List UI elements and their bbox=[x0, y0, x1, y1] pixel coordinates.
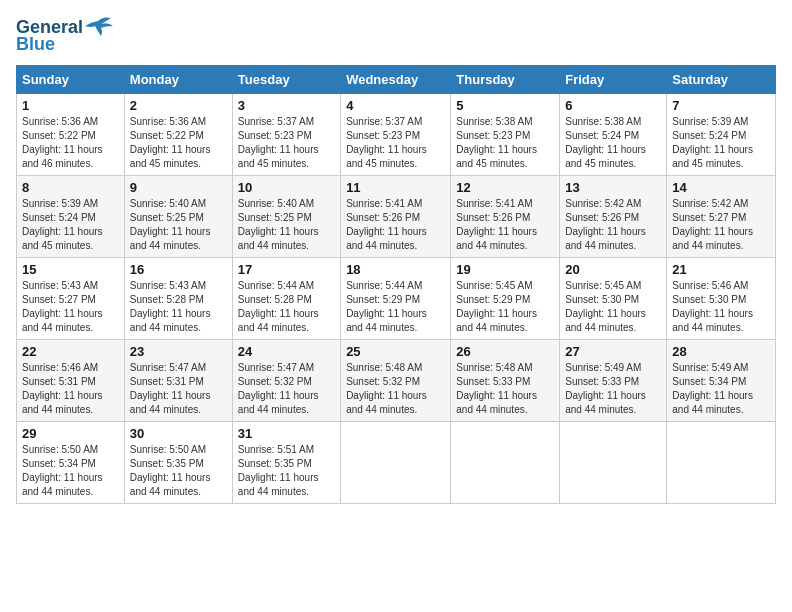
calendar-cell: 7Sunrise: 5:39 AMSunset: 5:24 PMDaylight… bbox=[667, 94, 776, 176]
calendar-body: 1Sunrise: 5:36 AMSunset: 5:22 PMDaylight… bbox=[17, 94, 776, 504]
day-info: Sunrise: 5:36 AMSunset: 5:22 PMDaylight:… bbox=[130, 115, 227, 171]
calendar-week-4: 22Sunrise: 5:46 AMSunset: 5:31 PMDayligh… bbox=[17, 340, 776, 422]
day-number: 22 bbox=[22, 344, 119, 359]
weekday-header-thursday: Thursday bbox=[451, 66, 560, 94]
day-number: 7 bbox=[672, 98, 770, 113]
calendar-cell: 20Sunrise: 5:45 AMSunset: 5:30 PMDayligh… bbox=[560, 258, 667, 340]
day-info: Sunrise: 5:47 AMSunset: 5:32 PMDaylight:… bbox=[238, 361, 335, 417]
calendar-cell: 15Sunrise: 5:43 AMSunset: 5:27 PMDayligh… bbox=[17, 258, 125, 340]
day-info: Sunrise: 5:49 AMSunset: 5:34 PMDaylight:… bbox=[672, 361, 770, 417]
calendar-cell: 9Sunrise: 5:40 AMSunset: 5:25 PMDaylight… bbox=[124, 176, 232, 258]
calendar-cell: 11Sunrise: 5:41 AMSunset: 5:26 PMDayligh… bbox=[341, 176, 451, 258]
day-number: 18 bbox=[346, 262, 445, 277]
logo: General Blue bbox=[16, 16, 113, 55]
logo-bird-icon bbox=[83, 16, 113, 38]
day-number: 20 bbox=[565, 262, 661, 277]
weekday-header-tuesday: Tuesday bbox=[232, 66, 340, 94]
day-number: 30 bbox=[130, 426, 227, 441]
day-info: Sunrise: 5:42 AMSunset: 5:27 PMDaylight:… bbox=[672, 197, 770, 253]
calendar-cell: 25Sunrise: 5:48 AMSunset: 5:32 PMDayligh… bbox=[341, 340, 451, 422]
day-info: Sunrise: 5:39 AMSunset: 5:24 PMDaylight:… bbox=[672, 115, 770, 171]
day-info: Sunrise: 5:40 AMSunset: 5:25 PMDaylight:… bbox=[238, 197, 335, 253]
calendar-cell: 2Sunrise: 5:36 AMSunset: 5:22 PMDaylight… bbox=[124, 94, 232, 176]
day-info: Sunrise: 5:48 AMSunset: 5:33 PMDaylight:… bbox=[456, 361, 554, 417]
calendar-cell: 19Sunrise: 5:45 AMSunset: 5:29 PMDayligh… bbox=[451, 258, 560, 340]
calendar-cell: 23Sunrise: 5:47 AMSunset: 5:31 PMDayligh… bbox=[124, 340, 232, 422]
day-number: 8 bbox=[22, 180, 119, 195]
day-number: 26 bbox=[456, 344, 554, 359]
calendar-cell: 21Sunrise: 5:46 AMSunset: 5:30 PMDayligh… bbox=[667, 258, 776, 340]
day-info: Sunrise: 5:38 AMSunset: 5:23 PMDaylight:… bbox=[456, 115, 554, 171]
day-info: Sunrise: 5:45 AMSunset: 5:29 PMDaylight:… bbox=[456, 279, 554, 335]
calendar-cell bbox=[341, 422, 451, 504]
day-info: Sunrise: 5:47 AMSunset: 5:31 PMDaylight:… bbox=[130, 361, 227, 417]
day-info: Sunrise: 5:46 AMSunset: 5:30 PMDaylight:… bbox=[672, 279, 770, 335]
calendar-cell: 30Sunrise: 5:50 AMSunset: 5:35 PMDayligh… bbox=[124, 422, 232, 504]
day-number: 9 bbox=[130, 180, 227, 195]
day-number: 23 bbox=[130, 344, 227, 359]
day-number: 27 bbox=[565, 344, 661, 359]
day-info: Sunrise: 5:51 AMSunset: 5:35 PMDaylight:… bbox=[238, 443, 335, 499]
calendar-cell: 4Sunrise: 5:37 AMSunset: 5:23 PMDaylight… bbox=[341, 94, 451, 176]
day-info: Sunrise: 5:44 AMSunset: 5:28 PMDaylight:… bbox=[238, 279, 335, 335]
calendar-cell: 10Sunrise: 5:40 AMSunset: 5:25 PMDayligh… bbox=[232, 176, 340, 258]
calendar-cell: 22Sunrise: 5:46 AMSunset: 5:31 PMDayligh… bbox=[17, 340, 125, 422]
weekday-header-friday: Friday bbox=[560, 66, 667, 94]
weekday-header-row: SundayMondayTuesdayWednesdayThursdayFrid… bbox=[17, 66, 776, 94]
calendar-cell: 3Sunrise: 5:37 AMSunset: 5:23 PMDaylight… bbox=[232, 94, 340, 176]
weekday-header-saturday: Saturday bbox=[667, 66, 776, 94]
calendar-week-1: 1Sunrise: 5:36 AMSunset: 5:22 PMDaylight… bbox=[17, 94, 776, 176]
day-info: Sunrise: 5:50 AMSunset: 5:34 PMDaylight:… bbox=[22, 443, 119, 499]
day-info: Sunrise: 5:37 AMSunset: 5:23 PMDaylight:… bbox=[238, 115, 335, 171]
weekday-header-wednesday: Wednesday bbox=[341, 66, 451, 94]
calendar-cell: 26Sunrise: 5:48 AMSunset: 5:33 PMDayligh… bbox=[451, 340, 560, 422]
calendar-cell bbox=[560, 422, 667, 504]
day-number: 2 bbox=[130, 98, 227, 113]
day-number: 25 bbox=[346, 344, 445, 359]
day-info: Sunrise: 5:49 AMSunset: 5:33 PMDaylight:… bbox=[565, 361, 661, 417]
day-number: 11 bbox=[346, 180, 445, 195]
day-info: Sunrise: 5:42 AMSunset: 5:26 PMDaylight:… bbox=[565, 197, 661, 253]
day-number: 5 bbox=[456, 98, 554, 113]
calendar-week-3: 15Sunrise: 5:43 AMSunset: 5:27 PMDayligh… bbox=[17, 258, 776, 340]
day-number: 28 bbox=[672, 344, 770, 359]
day-number: 3 bbox=[238, 98, 335, 113]
day-number: 10 bbox=[238, 180, 335, 195]
calendar-cell bbox=[667, 422, 776, 504]
calendar-cell: 14Sunrise: 5:42 AMSunset: 5:27 PMDayligh… bbox=[667, 176, 776, 258]
day-info: Sunrise: 5:40 AMSunset: 5:25 PMDaylight:… bbox=[130, 197, 227, 253]
weekday-header-sunday: Sunday bbox=[17, 66, 125, 94]
day-number: 24 bbox=[238, 344, 335, 359]
day-info: Sunrise: 5:41 AMSunset: 5:26 PMDaylight:… bbox=[346, 197, 445, 253]
calendar-cell: 8Sunrise: 5:39 AMSunset: 5:24 PMDaylight… bbox=[17, 176, 125, 258]
calendar-week-2: 8Sunrise: 5:39 AMSunset: 5:24 PMDaylight… bbox=[17, 176, 776, 258]
calendar-cell: 27Sunrise: 5:49 AMSunset: 5:33 PMDayligh… bbox=[560, 340, 667, 422]
day-number: 17 bbox=[238, 262, 335, 277]
day-info: Sunrise: 5:48 AMSunset: 5:32 PMDaylight:… bbox=[346, 361, 445, 417]
calendar-cell: 17Sunrise: 5:44 AMSunset: 5:28 PMDayligh… bbox=[232, 258, 340, 340]
calendar-cell: 13Sunrise: 5:42 AMSunset: 5:26 PMDayligh… bbox=[560, 176, 667, 258]
calendar-table: SundayMondayTuesdayWednesdayThursdayFrid… bbox=[16, 65, 776, 504]
calendar-cell: 5Sunrise: 5:38 AMSunset: 5:23 PMDaylight… bbox=[451, 94, 560, 176]
weekday-header-monday: Monday bbox=[124, 66, 232, 94]
calendar-cell: 18Sunrise: 5:44 AMSunset: 5:29 PMDayligh… bbox=[341, 258, 451, 340]
calendar-cell: 12Sunrise: 5:41 AMSunset: 5:26 PMDayligh… bbox=[451, 176, 560, 258]
day-number: 21 bbox=[672, 262, 770, 277]
calendar-cell bbox=[451, 422, 560, 504]
calendar-cell: 28Sunrise: 5:49 AMSunset: 5:34 PMDayligh… bbox=[667, 340, 776, 422]
day-info: Sunrise: 5:39 AMSunset: 5:24 PMDaylight:… bbox=[22, 197, 119, 253]
day-number: 6 bbox=[565, 98, 661, 113]
calendar-week-5: 29Sunrise: 5:50 AMSunset: 5:34 PMDayligh… bbox=[17, 422, 776, 504]
day-number: 19 bbox=[456, 262, 554, 277]
day-info: Sunrise: 5:41 AMSunset: 5:26 PMDaylight:… bbox=[456, 197, 554, 253]
calendar-cell: 16Sunrise: 5:43 AMSunset: 5:28 PMDayligh… bbox=[124, 258, 232, 340]
calendar-cell: 31Sunrise: 5:51 AMSunset: 5:35 PMDayligh… bbox=[232, 422, 340, 504]
day-info: Sunrise: 5:36 AMSunset: 5:22 PMDaylight:… bbox=[22, 115, 119, 171]
day-number: 12 bbox=[456, 180, 554, 195]
calendar-cell: 29Sunrise: 5:50 AMSunset: 5:34 PMDayligh… bbox=[17, 422, 125, 504]
day-info: Sunrise: 5:50 AMSunset: 5:35 PMDaylight:… bbox=[130, 443, 227, 499]
day-number: 16 bbox=[130, 262, 227, 277]
day-number: 15 bbox=[22, 262, 119, 277]
day-number: 29 bbox=[22, 426, 119, 441]
calendar-cell: 24Sunrise: 5:47 AMSunset: 5:32 PMDayligh… bbox=[232, 340, 340, 422]
